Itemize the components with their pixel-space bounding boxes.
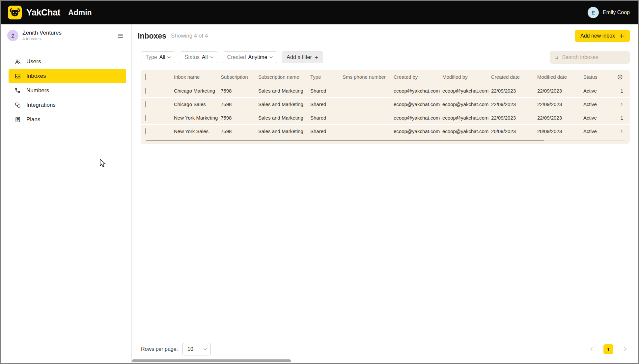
cell-created-date: 22/09/2023 <box>491 88 537 94</box>
created-filter-value: Anytime <box>248 54 267 60</box>
created-filter[interactable]: Created Anytime <box>223 51 278 63</box>
users-icon <box>14 58 21 65</box>
cell-extra: 1 <box>616 115 630 121</box>
cell-status: Active <box>583 128 616 134</box>
workspace-info: Zenith Ventures 4 inboxes <box>22 30 62 42</box>
current-page-button[interactable]: 1 <box>603 344 613 354</box>
brand-section: Admin <box>68 8 92 17</box>
column-header-created-date: Created date <box>491 74 537 80</box>
user-avatar[interactable]: E <box>588 7 599 18</box>
page-header: Inboxes Showing 4 of 4 Add new inbox <box>132 24 638 42</box>
chevron-right-icon <box>622 346 628 352</box>
cell-subscription-name: Sales and Marketing <box>258 115 310 121</box>
sidebar: Z Zenith Ventures 4 inboxes <box>1 24 132 364</box>
add-new-inbox-button[interactable]: Add new inbox <box>575 30 630 42</box>
chevron-down-icon <box>210 56 213 58</box>
table-row[interactable]: New York Marketing 7598 Sales and Market… <box>141 111 630 124</box>
cell-modified-by: ecoop@yakchat.com <box>442 115 491 121</box>
cell-created-by: ecoop@yakchat.com <box>394 88 442 94</box>
phone-icon <box>14 87 21 94</box>
top-bar: YakChat Admin E Emily Coop <box>1 1 638 24</box>
table-horizontal-scrollbar[interactable] <box>146 140 625 141</box>
cell-modified-date: 20/09/2023 <box>537 128 583 134</box>
search-inboxes-box <box>550 51 630 64</box>
sidebar-item-integrations[interactable]: Integrations <box>9 98 126 112</box>
cell-type: Shared <box>310 115 343 121</box>
status-filter-value: All <box>202 54 208 60</box>
cell-modified-date: 22/09/2023 <box>537 88 583 94</box>
cell-subscription: 7598 <box>221 128 258 134</box>
sidebar-item-label: Plans <box>26 116 41 123</box>
sidebar-item-users[interactable]: Users <box>9 54 126 69</box>
select-all-checkbox[interactable] <box>145 74 146 80</box>
cell-modified-date: 22/09/2023 <box>537 101 583 107</box>
page-subtitle: Showing 4 of 4 <box>171 33 208 39</box>
row-checkbox[interactable] <box>145 101 146 107</box>
status-filter[interactable]: Status All <box>180 51 218 63</box>
column-header-created-by: Created by <box>394 74 442 80</box>
cell-extra: 1 <box>616 101 630 107</box>
sidebar-item-label: Numbers <box>26 87 49 94</box>
sidebar-item-label: Inboxes <box>26 73 46 79</box>
rows-per-page-value: 10 <box>187 346 193 352</box>
cell-subscription-name: Sales and Marketing <box>258 88 310 94</box>
inboxes-table: Inbox name Subscription Subscription nam… <box>141 70 630 144</box>
chevron-down-icon <box>269 56 273 58</box>
workspace-meta: 4 inboxes <box>22 37 62 42</box>
main-content: Inboxes Showing 4 of 4 Add new inbox Typ… <box>132 24 638 364</box>
add-filter-button[interactable]: Add a filter <box>282 51 323 63</box>
cell-subscription-name: Sales and Marketing <box>258 128 310 134</box>
row-checkbox[interactable] <box>145 88 146 94</box>
pager: 1 <box>588 344 628 354</box>
cell-type: Shared <box>310 101 343 107</box>
sidebar-collapse-button[interactable] <box>113 28 127 43</box>
workspace-selector[interactable]: Z Zenith Ventures 4 inboxes <box>1 24 131 47</box>
table-row[interactable]: New York Sales 7598 Sales and Marketing … <box>141 124 630 138</box>
cell-modified-by: ecoop@yakchat.com <box>442 128 491 134</box>
table-row[interactable]: Chicago Marketing 7598 Sales and Marketi… <box>141 84 630 97</box>
gear-icon[interactable] <box>617 74 623 80</box>
sidebar-item-inboxes[interactable]: Inboxes <box>9 69 126 83</box>
page-title: Inboxes <box>138 32 166 41</box>
chevron-left-icon <box>588 346 595 352</box>
column-header-subscription: Subscription <box>221 74 258 80</box>
column-header-modified-date: Modified date <box>537 74 583 80</box>
cell-inbox-name: New York Sales <box>174 128 221 134</box>
sidebar-nav: Users Inboxes <box>1 47 131 127</box>
sidebar-item-label: Integrations <box>26 102 56 108</box>
cell-created-by: ecoop@yakchat.com <box>394 115 442 121</box>
table-scrollbar-thumb[interactable] <box>146 140 544 141</box>
plans-icon <box>14 116 21 123</box>
rows-per-page-label: Rows per page: <box>141 346 178 352</box>
window-horizontal-scrollbar[interactable] <box>132 359 291 362</box>
table-row[interactable]: Chicago Sales 7598 Sales and Marketing S… <box>141 97 630 111</box>
column-header-inbox-name: Inbox name <box>174 74 221 80</box>
rows-per-page-select[interactable]: 10 <box>182 343 211 355</box>
cell-modified-by: ecoop@yakchat.com <box>442 88 491 94</box>
user-name: Emily Coop <box>603 10 630 15</box>
cell-modified-by: ecoop@yakchat.com <box>442 101 491 107</box>
user-menu[interactable]: E Emily Coop <box>588 7 630 18</box>
yakchat-admin-window: YakChat Admin E Emily Coop Z Zenith Vent… <box>0 0 639 364</box>
created-filter-label: Created <box>227 54 246 60</box>
plus-icon <box>314 55 319 60</box>
inbox-icon <box>14 73 21 79</box>
cell-extra: 1 <box>616 88 630 94</box>
filter-bar: Type All Status All Created Anytime Add … <box>132 42 638 64</box>
row-checkbox[interactable] <box>145 128 146 134</box>
previous-page-button[interactable] <box>588 346 595 352</box>
cell-subscription: 7598 <box>221 115 258 121</box>
table-header-row: Inbox name Subscription Subscription nam… <box>141 70 630 84</box>
cell-status: Active <box>583 101 616 107</box>
sidebar-item-numbers[interactable]: Numbers <box>9 83 126 98</box>
cell-subscription-name: Sales and Marketing <box>258 101 310 107</box>
column-header-subscription-name: Subscription name <box>258 74 310 80</box>
row-checkbox[interactable] <box>145 115 146 121</box>
column-header-modified-by: Modified by <box>442 74 491 80</box>
search-inboxes-input[interactable] <box>562 54 626 60</box>
cell-subscription: 7598 <box>221 101 258 107</box>
type-filter[interactable]: Type All <box>141 51 175 63</box>
sidebar-item-plans[interactable]: Plans <box>9 112 126 127</box>
cell-extra: 1 <box>616 128 630 134</box>
next-page-button[interactable] <box>622 346 628 352</box>
